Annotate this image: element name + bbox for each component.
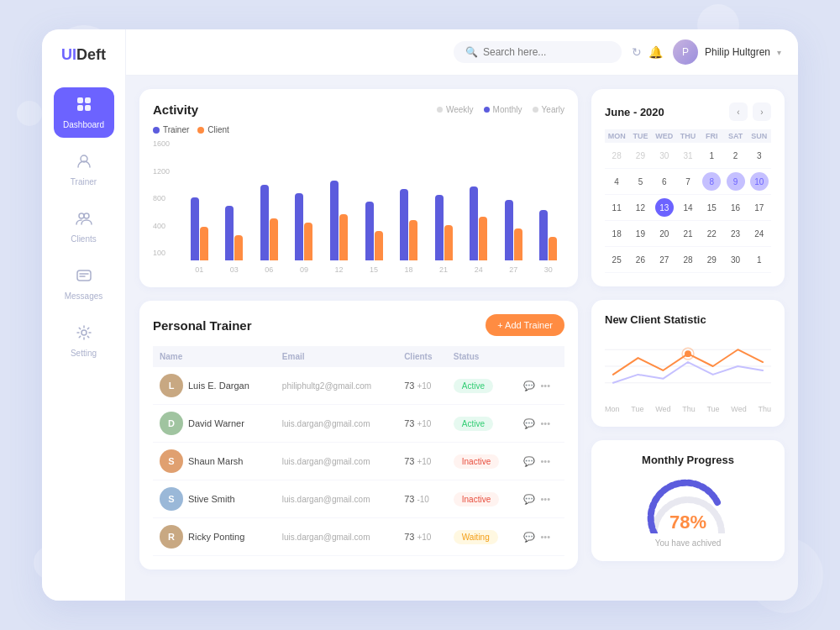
more-icon[interactable]: ••• [540,418,550,428]
bar-group: 03 [218,151,251,274]
gauge-container: 78% [642,475,734,533]
calendar-week-row: 28293031123 [605,143,771,169]
trainer-status-cell: Waiting [447,518,517,556]
calendar-day[interactable]: 18 [605,221,628,247]
calendar-day[interactable]: 1 [748,247,771,273]
notification-icon[interactable]: 🔔 [648,45,663,59]
calendar-day[interactable]: 5 [628,169,652,195]
svg-rect-0 [77,97,83,103]
body-area: Activity Weekly Monthly [126,76,798,601]
calendar-day[interactable]: 3 [748,143,771,169]
calendar-day[interactable]: 2 [723,143,747,169]
bar-group: 21 [428,151,460,274]
calendar-day[interactable]: 12 [628,195,652,221]
col-name: Name [153,346,276,367]
calendar-day[interactable]: 30 [723,247,747,273]
calendar-day[interactable]: 10 [748,169,771,195]
line-chart [605,333,771,400]
chat-icon[interactable]: 💬 [523,456,535,467]
trainer-name-cell: L Luis E. Dargan [153,367,276,405]
calendar-day[interactable]: 11 [605,195,628,221]
trainer-actions-cell: 💬 ••• [517,480,564,518]
more-icon[interactable]: ••• [540,494,550,504]
calendar-day[interactable]: 28 [676,247,700,273]
bar-group: 15 [358,151,391,274]
chart-legend: Trainer Client [153,125,564,134]
messages-icon [76,267,92,288]
user-info[interactable]: P Philip Hultgren ▾ [673,39,781,65]
calendar-week-row: 18192021222324 [605,221,771,247]
calendar-day[interactable]: 6 [653,169,676,195]
chat-icon[interactable]: 💬 [523,381,535,391]
sidebar-item-dashboard[interactable]: Dashboard [54,87,114,138]
legend-client: Client [197,125,229,134]
sidebar-item-messages[interactable]: Messages [54,259,114,309]
legend-trainer: Trainer [153,125,189,134]
chat-icon[interactable]: 💬 [523,494,535,505]
calendar-day[interactable]: 29 [628,143,652,169]
activity-card: Activity Weekly Monthly [139,89,578,287]
more-icon[interactable]: ••• [540,532,550,542]
calendar-day[interactable]: 16 [723,195,747,221]
calendar-day[interactable]: 4 [605,169,628,195]
bar-group: 09 [288,151,321,274]
calendar-day[interactable]: 25 [605,247,628,273]
calendar-day[interactable]: 26 [628,247,652,273]
user-name: Philip Hultgren [705,46,770,58]
calendar-day[interactable]: 27 [653,247,676,273]
add-trainer-button[interactable]: + Add Trainer [486,314,564,336]
sidebar-item-trainer[interactable]: Trainer [54,144,114,195]
calendar-day[interactable]: 28 [605,143,628,169]
calendar-day[interactable]: 30 [653,143,676,169]
chat-icon[interactable]: 💬 [523,532,535,543]
progress-label: You have achived [655,538,722,548]
calendar-day[interactable]: 24 [748,221,771,247]
calendar-day[interactable]: 15 [700,195,723,221]
legend-weekly: Weekly [437,105,474,114]
calendar-nav: ‹ › [729,102,771,121]
trainer-email-cell: luis.dargan@gmail.com [276,405,397,443]
refresh-icon[interactable]: ↻ [632,45,642,59]
personal-trainer-card: Personal Trainer + Add Trainer Name Emai… [139,301,578,570]
trainer-header: Personal Trainer + Add Trainer [153,314,564,336]
monthly-progress-card: Monthly Progress [591,440,785,561]
trainer-email-cell: luis.dargan@gmail.com [276,443,397,480]
calendar-grid: MON TUE WED THU FRI SAT SUN 282930311234… [605,129,771,273]
svg-rect-2 [77,105,83,111]
calendar-day[interactable]: 29 [700,247,723,273]
calendar-day[interactable]: 7 [676,169,700,195]
calendar-day[interactable]: 8 [700,169,723,195]
bar-group: 27 [497,151,530,274]
sidebar-item-messages-label: Messages [65,291,103,301]
trainer-status-cell: Inactive [447,480,517,518]
bar-group: 18 [392,151,425,274]
calendar-day[interactable]: 9 [723,169,747,195]
trainer-name-cell: D David Warner [153,405,276,443]
search-input[interactable] [483,46,610,58]
calendar-day[interactable]: 13 [653,195,676,221]
calendar-day[interactable]: 14 [676,195,700,221]
calendar-day[interactable]: 22 [700,221,723,247]
trainer-clients-cell: 73 +10 [397,367,447,405]
logo-deft: Deft [76,46,106,63]
more-icon[interactable]: ••• [540,456,550,466]
cal-prev-button[interactable]: ‹ [729,102,748,121]
trainer-status-cell: Active [447,405,517,443]
search-bar[interactable]: 🔍 [454,41,622,63]
calendar-day[interactable]: 1 [700,143,723,169]
calendar-day[interactable]: 19 [628,221,652,247]
trainer-actions-cell: 💬 ••• [517,518,564,556]
calendar-week-row: 2526272829301 [605,247,771,273]
calendar-day[interactable]: 21 [676,221,700,247]
setting-icon [76,324,92,345]
calendar-day[interactable]: 31 [676,143,700,169]
calendar-day[interactable]: 23 [723,221,747,247]
chat-icon[interactable]: 💬 [523,418,535,429]
sidebar-item-setting[interactable]: Setting [54,316,114,366]
more-icon[interactable]: ••• [540,381,550,391]
trainer-title: Personal Trainer [153,318,252,333]
cal-next-button[interactable]: › [753,102,771,121]
calendar-day[interactable]: 17 [748,195,771,221]
calendar-day[interactable]: 20 [653,221,676,247]
sidebar-item-clients[interactable]: Clients [54,202,114,252]
